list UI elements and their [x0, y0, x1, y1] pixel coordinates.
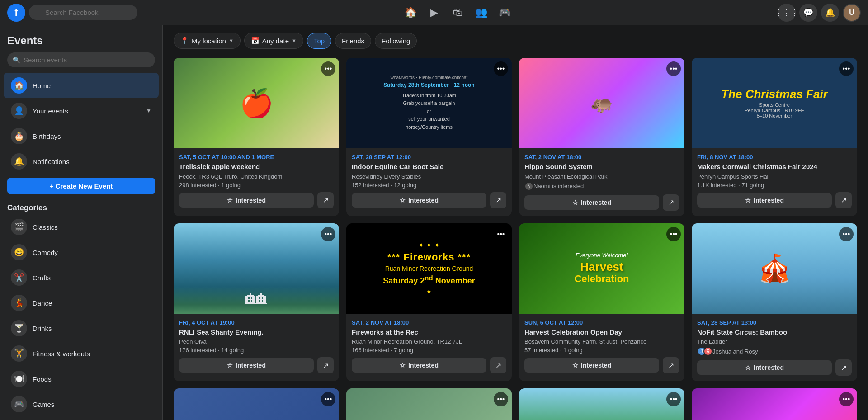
sidebar-item-classics[interactable]: 🎬 Classics	[4, 214, 159, 240]
sidebar-item-gardening[interactable]: 🌱 Gardening	[4, 417, 159, 420]
sidebar-item-drinks[interactable]: 🍸 Drinks	[4, 316, 159, 341]
event-card-christmas[interactable]: The Christmas Fair Sports CentrePenryn C…	[692, 58, 857, 216]
event-more-options-christmas[interactable]: •••	[839, 61, 854, 76]
event-date-trelissick: SAT, 5 OCT AT 10:00 AND 1 MORE	[179, 154, 334, 160]
event-more-options-row3-2[interactable]: •••	[494, 392, 508, 406]
event-card-hippo[interactable]: 🦛 ••• SAT, 2 NOV AT 18:00 Hippo Sound Sy…	[519, 58, 684, 216]
sidebar-search-icon: 🔍	[13, 57, 20, 64]
event-card-row3-4[interactable]: PSYCH EVENT ST JOHNS HALLPENZANCE TR18 2…	[692, 388, 857, 420]
interested-button-hippo[interactable]: ☆ Interested	[524, 195, 659, 210]
event-card-circus[interactable]: 🎪 ••• SAT, 28 SEP AT 13:00 NoFit State C…	[692, 223, 857, 382]
event-card-row3-3[interactable]: 🏡 •••	[519, 388, 684, 420]
marketplace-nav-icon[interactable]: 🛍	[447, 2, 468, 24]
event-card-fireworks[interactable]: ✦ ✦ ✦ *** Fireworks *** Ruan Minor Recre…	[346, 223, 512, 382]
profile-nav-icon[interactable]: 👥	[470, 2, 492, 24]
event-more-options-psych[interactable]: •••	[839, 392, 854, 406]
messenger-icon-btn[interactable]: 💬	[799, 4, 817, 22]
games-icon: 🎮	[11, 396, 27, 412]
event-friend-hippo: N Naomi is interested	[524, 182, 679, 191]
event-more-options-row3-1[interactable]: •••	[321, 392, 335, 406]
foods-icon: 🍽️	[11, 371, 27, 387]
notifications-icon-btn[interactable]: 🔔	[821, 4, 839, 22]
comedy-icon: 😄	[11, 244, 27, 260]
friend-avatars-hippo: N	[524, 182, 531, 191]
home-nav-icon[interactable]: 🏠	[400, 2, 421, 24]
events-search-input[interactable]	[7, 52, 155, 67]
nav-left: f 🔍	[7, 4, 137, 22]
share-button-circus[interactable]: ↗	[835, 359, 852, 376]
share-button-hippo[interactable]: ↗	[663, 194, 679, 211]
user-avatar[interactable]: U	[843, 4, 861, 22]
share-button-fireworks[interactable]: ↗	[490, 357, 506, 373]
event-more-options-equine[interactable]: •••	[494, 61, 508, 76]
share-button-equine[interactable]: ↗	[490, 192, 506, 208]
event-image-rnli: 🏘 •••	[174, 223, 339, 314]
harvest-title-img: Harvest	[580, 260, 623, 274]
share-button-rnli[interactable]: ↗	[317, 357, 334, 373]
event-more-options-fireworks[interactable]: •••	[494, 227, 508, 241]
sidebar-item-notifications[interactable]: 🔔 Notifications	[4, 149, 159, 174]
interested-button-equine[interactable]: ☆ Interested	[352, 193, 486, 208]
dance-label: Dance	[33, 299, 52, 307]
event-more-options-row3-3[interactable]: •••	[666, 392, 681, 406]
sidebar-item-dance[interactable]: 💃 Dance	[4, 290, 159, 316]
gaming-nav-icon[interactable]: 🎮	[494, 2, 515, 24]
global-search-input[interactable]	[29, 5, 137, 20]
event-interest-trelissick: 298 interested · 1 going	[179, 182, 334, 189]
tab-friends[interactable]: Friends	[335, 33, 371, 49]
interested-button-harvest[interactable]: ☆ Interested	[524, 358, 659, 373]
event-card-equine[interactable]: what3words • Plenty.dominate.chitchat Sa…	[346, 58, 512, 216]
tab-following[interactable]: Following	[375, 33, 417, 49]
event-actions-harvest: ☆ Interested ↗	[524, 357, 679, 373]
share-button-harvest[interactable]: ↗	[663, 357, 679, 373]
star-icon: ☆	[745, 364, 751, 371]
sidebar-item-games[interactable]: 🎮 Games	[4, 392, 159, 417]
sidebar-item-your-events[interactable]: 👤 Your events ▼	[4, 98, 159, 123]
event-more-options-trelissick[interactable]: •••	[321, 61, 335, 76]
event-image-row3-1: 🎲 •••	[174, 388, 339, 420]
star-icon: ☆	[572, 362, 578, 369]
event-card-row3-2[interactable]: At the Wild Sanctuary & Yurt Idless Wood…	[346, 388, 512, 420]
share-button-trelissick[interactable]: ↗	[317, 192, 334, 208]
event-card-row3-1[interactable]: 🎲 •••	[174, 388, 339, 420]
interested-button-trelissick[interactable]: ☆ Interested	[179, 193, 314, 208]
event-body-rnli: FRI, 4 OCT AT 19:00 RNLI Sea Shanty Even…	[174, 314, 339, 379]
sidebar-item-fitness[interactable]: 🏋️ Fitness & workouts	[4, 341, 159, 366]
apps-icon-btn[interactable]: ⋮⋮⋮	[778, 4, 796, 22]
filter-bar: 📍 My location ▼ 📅 Any date ▼ Top Friends…	[174, 33, 857, 49]
event-image-hippo: 🦛 •••	[519, 58, 684, 148]
sidebar-item-home[interactable]: 🏠 Home	[4, 73, 159, 98]
facebook-logo[interactable]: f	[7, 4, 25, 22]
event-more-options-rnli[interactable]: •••	[321, 227, 335, 241]
interested-button-circus[interactable]: ☆ Interested	[697, 360, 832, 375]
event-more-options-harvest[interactable]: •••	[666, 227, 681, 241]
date-filter-button[interactable]: 📅 Any date ▼	[244, 33, 303, 49]
tab-top[interactable]: Top	[307, 33, 331, 49]
event-more-options-hippo[interactable]: •••	[666, 61, 681, 76]
location-filter-button[interactable]: 📍 My location ▼	[174, 33, 241, 49]
interested-button-rnli[interactable]: ☆ Interested	[179, 358, 314, 373]
event-body-hippo: SAT, 2 NOV AT 18:00 Hippo Sound System M…	[519, 148, 684, 216]
share-button-christmas[interactable]: ↗	[835, 192, 852, 208]
event-card-rnli[interactable]: 🏘 ••• FRI, 4 OCT AT 19:00 RNLI Sea Shant…	[174, 223, 339, 382]
event-card-trelissick[interactable]: 🍎 ••• SAT, 5 OCT AT 10:00 AND 1 MORE Tre…	[174, 58, 339, 216]
sidebar-item-foods[interactable]: 🍽️ Foods	[4, 366, 159, 392]
event-body-harvest: SUN, 6 OCT AT 12:00 Harvest Celebration …	[519, 314, 684, 379]
sidebar-item-crafts[interactable]: ✂️ Crafts	[4, 265, 159, 290]
chevron-icon: ▼	[146, 108, 151, 114]
sidebar-item-birthdays[interactable]: 🎂 Birthdays	[4, 123, 159, 149]
event-more-options-circus[interactable]: •••	[839, 227, 854, 241]
event-date-equine: SAT, 28 SEP AT 12:00	[352, 154, 506, 160]
video-nav-icon[interactable]: ▶	[423, 2, 445, 24]
event-image-row3-4: PSYCH EVENT ST JOHNS HALLPENZANCE TR18 2…	[692, 388, 857, 420]
sidebar-title: Events	[0, 31, 162, 52]
interested-button-christmas[interactable]: ☆ Interested	[697, 193, 832, 208]
interested-button-fireworks[interactable]: ☆ Interested	[352, 358, 486, 373]
create-new-event-button[interactable]: + Create New Event	[7, 178, 155, 194]
event-image-christmas: The Christmas Fair Sports CentrePenryn C…	[692, 58, 857, 148]
location-label: My location	[192, 37, 226, 45]
event-card-harvest[interactable]: Everyone Welcome! Harvest Celebration ••…	[519, 223, 684, 382]
fw-title: *** Fireworks ***	[387, 251, 471, 263]
event-date-hippo: SAT, 2 NOV AT 18:00	[524, 154, 679, 160]
sidebar-item-comedy[interactable]: 😄 Comedy	[4, 240, 159, 265]
